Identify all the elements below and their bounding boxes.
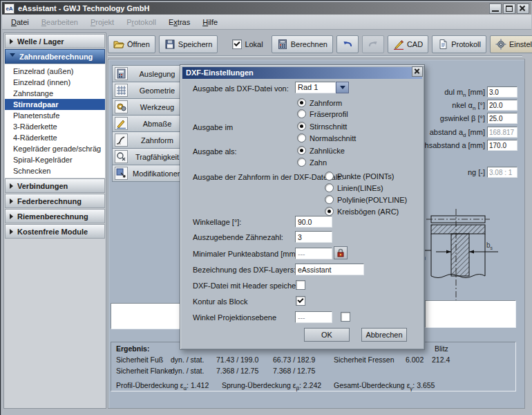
sidebar-group-federberechnung[interactable]: Federberechnung [5,194,105,208]
angle-input[interactable] [295,216,332,228]
calculate-button[interactable]: Berechnen [272,35,333,53]
menu-hilfe[interactable]: Hilfe [196,17,224,28]
local-checkbox[interactable] [232,39,242,49]
teeth-count-input[interactable] [295,231,332,243]
sidebar-group-zahnradberechnung[interactable]: Zahnradberechnung [5,49,105,64]
section-abmasse-button[interactable]: Abmaße [112,115,187,132]
protocol-button[interactable]: Protokoll [432,35,486,53]
result-row-fuss-v2: 66.73 / 182.9 [273,356,315,364]
radio-stirnschnitt-icon[interactable] [297,122,306,131]
section-zahnform-button[interactable]: Zahnform [112,131,187,149]
radio-zahnluecke[interactable]: Zahnlücke [297,146,345,155]
tooth-profile-icon [115,133,128,147]
dialog-close-icon[interactable] [412,66,423,77]
sidebar-group-kostenfreie-module[interactable]: Kostenfreie Module [5,224,105,239]
settings-button[interactable]: Einstellungen [490,35,532,53]
radio-stirnschnitt[interactable]: Stirnschnitt [297,122,347,131]
radio-zahnform-icon[interactable] [297,98,306,107]
minimize-button[interactable] [489,3,502,14]
sidebar-item-schnecken[interactable]: Schnecken [5,165,105,176]
results-blitz-header: Blitz [435,344,448,353]
layer-name-input[interactable] [295,264,364,275]
layer-name-label: Bezeichnung des DXF-Layers: [193,266,296,274]
chevron-right-icon [10,39,13,44]
save-button[interactable]: Speichern [159,35,218,53]
radio-normalschnitt-icon[interactable] [297,133,306,142]
modul-input[interactable] [487,86,517,98]
format-label: Ausgabe der Zahnform in der DXF-Datei al… [193,173,343,181]
radio-polylinie-icon[interactable] [325,195,334,204]
section-modifikationen-button[interactable]: Modifikationen [112,165,187,182]
sidebar-group-welle-lager[interactable]: Welle / Lager [5,34,105,48]
block-checkbox[interactable] [296,296,305,306]
cancel-button[interactable]: Abbrechen [361,328,407,342]
menu-extras[interactable]: Extras [162,17,196,28]
ok-button[interactable]: OK [304,328,350,342]
radio-linien[interactable]: Linien(LINEs) [325,183,383,192]
sidebar-item-4-raederkette[interactable]: 4-Räderkette [5,132,105,143]
result-gesamt-ueberdeckung: Gesamt-Überdeckung εγ: 3.655 [334,381,435,391]
radio-kreisboegen[interactable]: Kreisbögen (ARC) [325,207,399,216]
radio-punkte[interactable]: Punkte (POINTs) [325,172,395,181]
radio-zahnform[interactable]: Zahnform [297,98,342,107]
grid-icon [115,84,128,97]
menu-bearbeiten: Bearbeiten [35,17,84,28]
result-row-flanke-mode: dyn. / stat. [171,367,204,375]
achsabstand-input[interactable] [487,140,517,151]
sidebar-item-spiral-kegelraeder[interactable]: Spiral-Kegelräder [5,154,105,165]
radio-polylinie[interactable]: Polylinie(POLYLINE) [325,195,407,204]
min-distance-label: Minimaler Punkteabstand [mm]: [193,250,300,258]
result-row-flanke-v2: 7.368 / 12.75 [273,367,315,375]
radio-kreisboegen-icon[interactable] [325,207,334,216]
sidebar-group-riemenberechnung[interactable]: Riemenberechnung [5,209,105,223]
projection-checkbox[interactable] [341,312,350,322]
sidebar-item-stirnradpaar[interactable]: Stirnradpaar [5,99,105,110]
output-as-label: Ausgabe als: [193,147,237,156]
sidebar-item-einzelrad-aussen[interactable]: Einzelrad (außen) [5,66,105,77]
sidebar-item-planetenstufe[interactable]: Planetenstufe [5,110,105,121]
result-row-fuss-v1: 71.43 / 199.0 [216,356,258,364]
cad-pencil-icon [393,39,404,50]
wheel-select[interactable]: Rad 1 [295,82,349,93]
radio-fraeserprofil[interactable]: Fräserprofil [297,109,348,118]
load-capacity-icon [115,150,128,163]
combo-arrow-icon[interactable] [336,82,349,93]
close-button[interactable] [517,3,529,14]
local-toggle[interactable]: Lokal [227,36,267,53]
nullachsabstand-input [487,127,517,138]
section-geometrie-button[interactable]: Geometrie [112,82,187,99]
uebersetzung-input [487,167,517,178]
radio-linien-icon[interactable] [325,183,334,192]
radio-zahnluecke-icon[interactable] [297,146,306,155]
app-logo-icon: eA [4,3,15,14]
radio-zahn-icon[interactable] [297,158,306,167]
section-auslegung-button[interactable]: Auslegung [112,65,187,82]
section-tragfaehigkeit-button[interactable]: Tragfähigkeit [112,148,187,165]
schraegungswinkel-input[interactable] [487,113,517,124]
radio-zahn[interactable]: Zahn [297,158,327,167]
radio-normalschnitt[interactable]: Normalschnitt [297,133,356,142]
sidebar-item-zahnstange[interactable]: Zahnstange [5,88,105,99]
open-button[interactable]: Öffnen [108,35,155,53]
output-from-label: Ausgabe als DXF-Datei von: [193,84,289,93]
radio-fraeserprofil-icon[interactable] [297,109,306,118]
document-icon [437,39,448,50]
menu-datei[interactable]: Datei [5,17,35,28]
section-werkzeug-button[interactable]: Werkzeug [112,98,187,116]
folder-open-icon [113,39,124,50]
cad-button[interactable]: CAD [388,35,428,53]
maximize-button[interactable] [503,3,515,14]
sidebar-item-einzelrad-innen[interactable]: Einzelrad (innen) [5,77,105,88]
sidebar-item-kegelraeder[interactable]: Kegelräder gerade/schräg [5,143,105,154]
undo-button[interactable] [336,35,359,53]
eingriffswinkel-input[interactable] [487,100,517,111]
lock-button[interactable] [334,246,348,259]
radio-punkte-icon[interactable] [325,172,334,181]
header-checkbox[interactable] [296,280,305,290]
chevron-right-icon [10,229,13,234]
sidebar-item-3-raederkette[interactable]: 3-Räderkette [5,121,105,132]
header-checkbox-label: DXF-Datei mit Header speichern [193,282,303,290]
sidebar-group-verbindungen[interactable]: Verbindungen [5,178,105,193]
teeth-count-label: Auszugebende Zähnezahl: [193,233,283,241]
result-row-fuss-mode: dyn. / stat. [171,356,204,364]
